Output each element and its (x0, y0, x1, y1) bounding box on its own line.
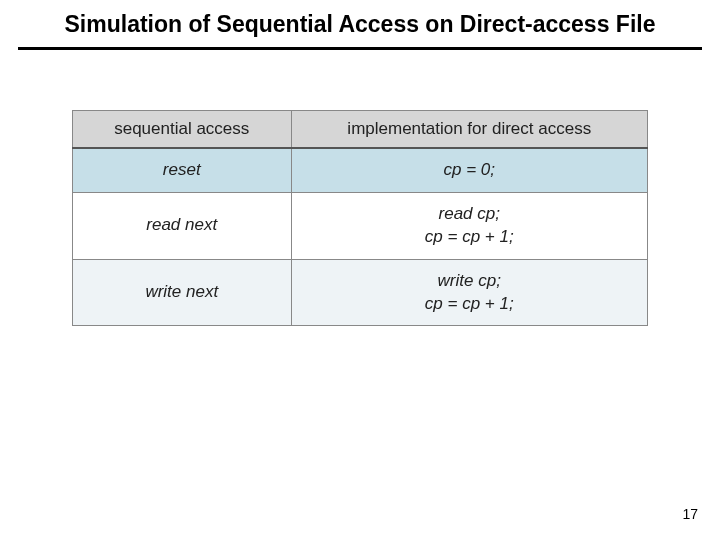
cell-impl-write: write cp;cp = cp + 1; (291, 259, 648, 326)
header-sequential: sequential access (73, 110, 292, 148)
table-row: read next read cp;cp = cp + 1; (73, 192, 648, 259)
page-number: 17 (682, 506, 698, 522)
cell-seq-read: read next (73, 192, 292, 259)
slide: Simulation of Sequential Access on Direc… (0, 0, 720, 540)
cell-seq-write: write next (73, 259, 292, 326)
cell-impl-reset: cp = 0; (291, 148, 648, 192)
page-title: Simulation of Sequential Access on Direc… (0, 0, 720, 47)
access-table: sequential access implementation for dir… (72, 110, 648, 327)
table-header-row: sequential access implementation for dir… (73, 110, 648, 148)
title-divider (18, 47, 702, 50)
table-row: write next write cp;cp = cp + 1; (73, 259, 648, 326)
cell-impl-read: read cp;cp = cp + 1; (291, 192, 648, 259)
table-container: sequential access implementation for dir… (72, 110, 648, 327)
table-row: reset cp = 0; (73, 148, 648, 192)
header-implementation: implementation for direct access (291, 110, 648, 148)
cell-seq-reset: reset (73, 148, 292, 192)
